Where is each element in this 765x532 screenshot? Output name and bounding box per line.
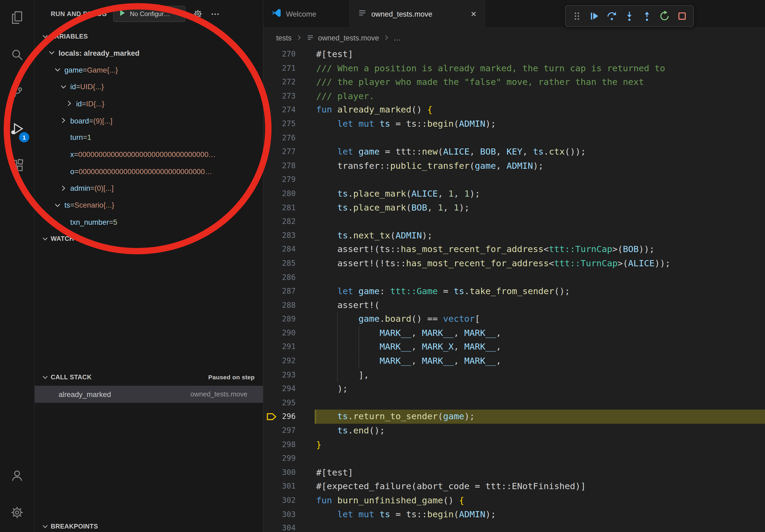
code-text[interactable]: assert!(ts::has_most_recent_for_address<… (315, 242, 765, 256)
code-text[interactable]: MARK__, MARK__, MARK__, (315, 326, 765, 340)
code-text[interactable]: #[expected_failure(abort_code = ttt::ENo… (315, 479, 765, 493)
code-text[interactable] (315, 131, 765, 145)
line-gutter[interactable]: 281 (264, 201, 315, 215)
step-out-button[interactable] (639, 8, 655, 24)
code-text[interactable]: ts.next_tx(ADMIN); (315, 228, 765, 242)
line-number[interactable]: 296 (282, 410, 296, 424)
code-text[interactable]: #[test] (315, 465, 765, 479)
line-number[interactable]: 272 (282, 75, 296, 89)
line-number[interactable]: 300 (282, 465, 296, 479)
line-number[interactable]: 289 (282, 312, 296, 326)
line-gutter[interactable]: 277 (264, 145, 315, 159)
line-number[interactable]: 302 (282, 493, 296, 507)
line-gutter[interactable]: 274 (264, 103, 315, 117)
line-number[interactable]: 292 (282, 354, 296, 368)
line-gutter[interactable]: 294 (264, 382, 315, 396)
line-number[interactable]: 287 (282, 284, 296, 298)
line-gutter[interactable]: 284 (264, 242, 315, 256)
chevron-right-icon[interactable] (59, 117, 68, 124)
chevron-down-icon[interactable] (53, 66, 62, 74)
code-text[interactable] (315, 270, 765, 284)
line-number[interactable]: 274 (282, 103, 296, 117)
code-text[interactable]: MARK__, MARK_X, MARK__, (315, 340, 765, 354)
line-number[interactable]: 271 (282, 61, 296, 75)
line-number[interactable]: 293 (282, 368, 296, 382)
line-gutter[interactable]: 278 (264, 159, 315, 173)
code-text[interactable]: MARK__, MARK__, MARK__, (315, 354, 765, 368)
code-text[interactable]: transfer::public_transfer(game, ADMIN); (315, 159, 765, 173)
variable-row[interactable]: admin = (0)[...] (35, 180, 263, 197)
line-number[interactable]: 301 (282, 479, 296, 493)
line-number[interactable]: 273 (282, 89, 296, 103)
code-text[interactable]: ], (315, 368, 765, 382)
start-debug-icon[interactable] (118, 9, 127, 19)
line-number[interactable]: 297 (282, 424, 296, 438)
code-text[interactable]: let mut ts = ts::begin(ADMIN); (315, 117, 765, 131)
line-gutter[interactable]: 271 (264, 61, 315, 75)
chevron-right-icon[interactable] (65, 100, 74, 108)
code-text[interactable]: /// the player who made the "false" move… (315, 75, 765, 89)
tab-welcome[interactable]: Welcome (264, 0, 350, 27)
watch-section-header[interactable]: WATCH (35, 230, 263, 247)
code-text[interactable]: fun burn_unfinished_game() { (315, 493, 765, 507)
line-gutter[interactable]: 297 (264, 424, 315, 438)
continue-button[interactable] (586, 8, 602, 24)
scope-row[interactable]: locals: already_marked (35, 45, 263, 61)
variable-row[interactable]: x = 00000000000000000000000000000000… (35, 146, 263, 162)
line-number[interactable]: 288 (282, 298, 296, 312)
code-text[interactable]: game.board() == vector[ (315, 312, 765, 326)
sidebar-item-extensions[interactable] (0, 148, 34, 185)
code-text[interactable]: } (315, 438, 765, 452)
line-gutter[interactable]: 280 (264, 187, 315, 201)
code-text[interactable]: /// player. (315, 89, 765, 103)
line-gutter[interactable]: 303 (264, 507, 315, 521)
line-gutter[interactable]: 292 (264, 354, 315, 368)
variable-row[interactable]: o = 0000000000000000000000000000000… (35, 163, 263, 180)
variables-section-header[interactable]: VARIABLES (35, 28, 263, 45)
line-gutter[interactable]: 296 (264, 410, 315, 424)
chevron-down-icon[interactable] (59, 83, 68, 91)
restart-button[interactable] (656, 8, 673, 24)
sidebar-item-explorer[interactable] (0, 0, 34, 37)
code-text[interactable]: fun already_marked() { (315, 103, 765, 117)
breakpoints-section-header[interactable]: BREAKPOINTS (35, 518, 263, 532)
line-gutter[interactable]: 291 (264, 340, 315, 354)
line-number[interactable]: 290 (282, 326, 296, 340)
line-number[interactable]: 275 (282, 117, 296, 131)
code-text[interactable]: assert!(!ts::has_most_recent_for_address… (315, 256, 765, 270)
sidebar-item-search[interactable] (0, 37, 34, 74)
line-gutter[interactable]: 283 (264, 228, 315, 242)
line-gutter[interactable]: 288 (264, 298, 315, 312)
call-stack-section-header[interactable]: CALL STACK Paused on step (35, 369, 263, 386)
code-text[interactable] (315, 215, 765, 228)
line-gutter[interactable]: 275 (264, 117, 315, 131)
step-into-button[interactable] (621, 8, 638, 24)
settings-button[interactable] (0, 495, 34, 532)
chevron-right-icon[interactable] (59, 184, 68, 192)
line-number[interactable]: 299 (282, 452, 296, 465)
code-text[interactable] (315, 396, 765, 410)
line-gutter[interactable]: 295 (264, 396, 315, 410)
line-number[interactable]: 295 (282, 396, 296, 410)
debug-settings-gear-icon[interactable] (193, 9, 203, 19)
variable-row[interactable]: id = ID{...} (35, 95, 263, 112)
line-gutter[interactable]: 293 (264, 368, 315, 382)
line-gutter[interactable]: 285 (264, 256, 315, 270)
line-number[interactable]: 304 (282, 521, 296, 532)
variable-row[interactable]: game = Game{...} (35, 61, 263, 78)
code-text[interactable]: let game: ttt::Game = ts.take_from_sende… (315, 284, 765, 298)
sidebar-item-run-and-debug[interactable]: 1 (0, 111, 34, 148)
variable-row[interactable]: txn_number = 5 (35, 213, 263, 230)
close-icon[interactable]: ✕ (470, 10, 476, 17)
breadcrumb-item-more[interactable]: … (393, 34, 401, 42)
line-number[interactable]: 276 (282, 131, 296, 145)
line-gutter[interactable]: 287 (264, 284, 315, 298)
variable-row[interactable]: ts = Scenario{...} (35, 197, 263, 213)
line-gutter[interactable]: 300 (264, 465, 315, 479)
line-number[interactable]: 294 (282, 382, 296, 396)
code-text[interactable]: let mut ts = ts::begin(ADMIN); (315, 507, 765, 521)
step-over-button[interactable] (604, 8, 620, 24)
code-text[interactable]: #[test] (315, 47, 765, 61)
code-text[interactable]: ts.place_mark(BOB, 1, 1); (315, 201, 765, 215)
variable-row[interactable]: board = (9)[...] (35, 112, 263, 129)
